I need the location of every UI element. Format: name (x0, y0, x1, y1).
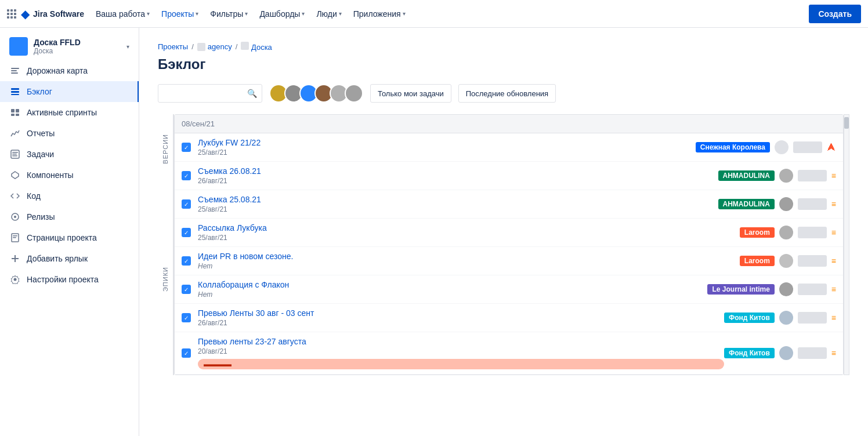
project-icon (9, 37, 28, 56)
row-title-2[interactable]: Съемка 26.08.21 (198, 166, 718, 176)
svg-point-15 (14, 216, 16, 218)
chevron-down-icon: ▾ (302, 10, 305, 17)
svg-rect-5 (11, 94, 19, 95)
sidebar-item-components[interactable]: Компоненты (0, 165, 139, 186)
epic-badge-7[interactable]: Фонд Китов (724, 313, 775, 323)
epic-badge-5[interactable]: Laroom (740, 256, 775, 266)
sidebar-item-add-label[interactable]: Добавить ярлык (0, 248, 139, 269)
sidebar-item-project-pages[interactable]: Страницы проекта (0, 227, 139, 248)
nav-filters[interactable]: Фильтры ▾ (205, 5, 252, 23)
epic-badge-2[interactable]: AHMADULINA (718, 170, 775, 181)
chevron-down-icon: ▾ (339, 10, 342, 17)
scrollbar[interactable] (844, 114, 849, 375)
row-date-1: 25/авг/21 (198, 148, 696, 157)
row-checkbox-2[interactable]: ✓ (182, 171, 191, 180)
apps-icon[interactable] (7, 9, 16, 19)
sidebar-item-code[interactable]: Код (0, 186, 139, 206)
only-my-tasks-button[interactable]: Только мои задачи (370, 84, 451, 103)
avatar-6[interactable] (345, 84, 363, 103)
breadcrumb: Проекты / agency / Доска (158, 42, 849, 52)
sidebar-item-backlog[interactable]: Бэклог (0, 81, 139, 102)
nav-apps[interactable]: Приложения ▾ (349, 5, 410, 23)
row-title-6[interactable]: Коллаборация с Флакон (198, 280, 707, 289)
jira-logo[interactable]: ◆ Jira Software (21, 7, 84, 21)
row-story-1 (793, 141, 822, 153)
row-checkbox-5[interactable]: ✓ (182, 256, 191, 266)
sidebar-item-reports[interactable]: Отчеты (0, 123, 139, 144)
row-title-4[interactable]: Рассылка Лукбука (198, 223, 740, 232)
row-content-3: Съемка 25.08.21 25/авг/21 (198, 195, 718, 213)
breadcrumb-board-link[interactable]: Доска (251, 43, 272, 52)
breadcrumb-board: Доска (241, 42, 272, 52)
project-switcher[interactable]: Доска FFLD Доска ▾ (0, 28, 139, 60)
sidebar-item-tasks[interactable]: Задачи (0, 144, 139, 165)
row-checkbox-1[interactable]: ✓ (182, 143, 191, 152)
scroll-thumb[interactable] (844, 117, 849, 129)
row-content-8: Превью ленты 23-27 августа 20/авг/21 ▬▬▬… (198, 337, 724, 369)
sidebar-item-releases[interactable]: Релизы (0, 206, 139, 227)
svg-rect-9 (16, 114, 19, 116)
row-checkbox-6[interactable]: ✓ (182, 285, 191, 294)
svg-rect-11 (12, 152, 18, 153)
active-sprints-icon (9, 107, 21, 118)
search-input[interactable] (163, 89, 247, 98)
row-title-8[interactable]: Превью ленты 23-27 августа (198, 337, 724, 346)
create-button[interactable]: Создать (809, 5, 861, 23)
chevron-down-icon: ▾ (126, 43, 129, 50)
epic-badge-8[interactable]: Фонд Китов (724, 348, 775, 358)
table-row: ✓ Превью Ленты 30 авг - 03 сент 26/авг/2… (175, 304, 843, 332)
row-avatar-5 (779, 254, 793, 268)
svg-rect-0 (11, 68, 19, 69)
epic-badge-4[interactable]: Laroom (740, 227, 775, 238)
row-checkbox-3[interactable]: ✓ (182, 199, 191, 209)
row-title-7[interactable]: Превью Ленты 30 авг - 03 сент (198, 308, 724, 318)
nav-people[interactable]: Люди ▾ (312, 5, 346, 23)
row-avatar-8 (779, 346, 793, 360)
nav-projects[interactable]: Проекты ▾ (157, 5, 203, 23)
row-date-3: 25/авг/21 (198, 205, 718, 213)
row-title-5[interactable]: Идеи PR в новом сезоне. (198, 252, 740, 261)
sidebar-item-active-sprints[interactable]: Активные спринты (0, 102, 139, 123)
row-priority-icon-5: ≡ (831, 256, 836, 266)
row-checkbox-4[interactable]: ✓ (182, 228, 191, 237)
side-labels: ВЕРСИИ ЭПИКИ (158, 114, 174, 375)
row-avatar-3 (779, 197, 793, 211)
svg-rect-12 (12, 154, 17, 155)
row-story-6 (798, 284, 827, 295)
row-priority-icon-3: ≡ (831, 199, 836, 209)
last-updates-button[interactable]: Последние обновления (458, 84, 556, 103)
breadcrumb-sep2: / (236, 42, 238, 51)
sidebar-item-roadmap[interactable]: Дорожная карта (0, 60, 139, 81)
nav-your-work[interactable]: Ваша работа ▾ (91, 5, 154, 23)
row-avatar-4 (779, 226, 793, 239)
svg-point-19 (14, 278, 17, 281)
row-priority-icon-4: ≡ (831, 228, 836, 237)
nav-dashboards[interactable]: Дашборды ▾ (255, 5, 309, 23)
svg-rect-18 (13, 237, 16, 238)
breadcrumb-agency-link[interactable]: agency (208, 42, 232, 51)
row-checkbox-7[interactable]: ✓ (182, 313, 191, 322)
project-info: Доска FFLD Доска (34, 38, 121, 55)
row-right-8: Фонд Китов ≡ (724, 346, 836, 360)
table-row: ✓ Коллаборация с Флакон Нет Le Journal i… (175, 275, 843, 304)
breadcrumb-projects-link[interactable]: Проекты (158, 42, 188, 51)
row-date-5: Нет (198, 262, 740, 270)
row-checkbox-8[interactable]: ✓ (182, 348, 191, 358)
row-right-3: AHMADULINA ≡ (718, 197, 837, 211)
row-story-8 (798, 347, 827, 359)
sidebar-item-project-settings[interactable]: Настройки проекта (0, 269, 139, 290)
svg-rect-7 (16, 109, 19, 112)
table-row: ✓ Лукбук FW 21/22 25/авг/21 Снежная Коро… (175, 133, 843, 162)
epic-badge-1[interactable]: Снежная Королева (696, 142, 770, 152)
row-title-1[interactable]: Лукбук FW 21/22 (198, 138, 696, 147)
search-box[interactable]: 🔍 (158, 84, 262, 103)
main-content: Проекты / agency / Доска Бэклог 🔍 (139, 28, 868, 436)
epic-badge-3[interactable]: AHMADULINA (718, 199, 775, 209)
project-sub: Доска (34, 47, 121, 55)
epic-badge-6[interactable]: Le Journal intime (707, 284, 774, 295)
row-title-3[interactable]: Съемка 25.08.21 (198, 195, 718, 204)
row-collapse-icon-1[interactable]: ⮝ (827, 142, 836, 152)
chevron-down-icon: ▾ (403, 10, 406, 17)
backlog-container: 08/сен/21 ✓ Лукбук FW 21/22 25/авг/21 Сн… (174, 114, 844, 375)
svg-rect-2 (11, 72, 18, 74)
